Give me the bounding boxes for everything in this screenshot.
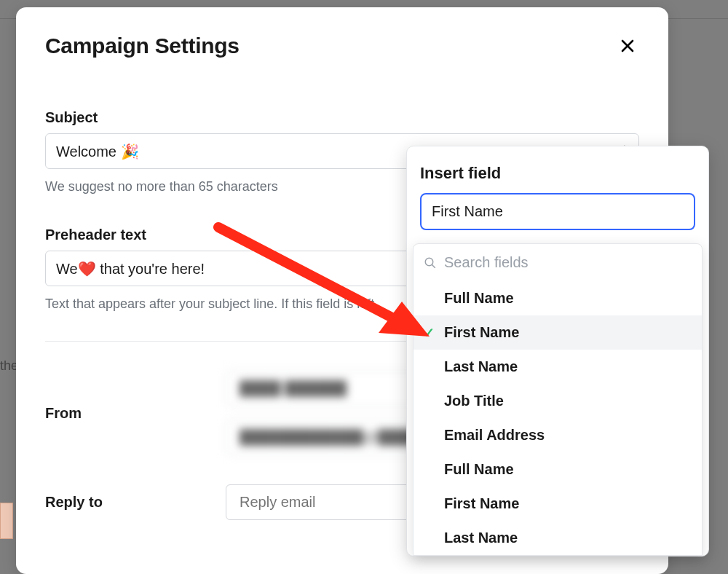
insert-field-dropdown: Full Name✓First NameLast NameJob TitleEm…	[413, 243, 703, 556]
modal-header: Campaign Settings	[16, 7, 668, 58]
search-fields-input[interactable]	[444, 254, 689, 271]
field-option-label: First Name	[444, 495, 519, 511]
insert-field-selected-input[interactable]	[420, 193, 695, 230]
insert-field-title: Insert field	[407, 161, 708, 193]
field-option-label: First Name	[444, 324, 519, 340]
field-option[interactable]: Last Name	[414, 350, 702, 384]
field-option[interactable]: Last Name	[414, 521, 702, 555]
svg-line-1	[432, 264, 435, 268]
field-option[interactable]: Full Name	[414, 452, 702, 487]
svg-point-0	[425, 258, 433, 266]
field-option-label: Last Name	[444, 358, 518, 374]
field-options-list: Full Name✓First NameLast NameJob TitleEm…	[414, 281, 702, 555]
field-option[interactable]: Job Title	[414, 384, 702, 418]
search-row	[414, 244, 702, 281]
field-option[interactable]: Full Name	[414, 281, 702, 315]
close-icon	[619, 37, 636, 55]
field-option-label: Job Title	[444, 393, 504, 409]
subject-label: Subject	[45, 109, 639, 126]
field-option-label: Full Name	[444, 290, 514, 306]
field-option[interactable]: Email Address	[414, 418, 702, 452]
field-option-label: Last Name	[444, 530, 518, 546]
field-option[interactable]: ✓First Name	[414, 315, 702, 350]
search-icon	[424, 256, 437, 270]
field-option-label: Email Address	[444, 427, 545, 443]
field-option[interactable]: First Name	[414, 487, 702, 521]
close-button[interactable]	[616, 34, 639, 58]
reply-to-label: Reply to	[45, 494, 226, 511]
insert-field-popover: Insert field Full Name✓First NameLast Na…	[406, 146, 709, 557]
modal-title: Campaign Settings	[45, 34, 240, 58]
field-option-label: Full Name	[444, 461, 514, 477]
check-icon: ✓	[424, 325, 435, 341]
from-label: From	[45, 405, 226, 422]
background-color-swatch	[0, 503, 13, 539]
